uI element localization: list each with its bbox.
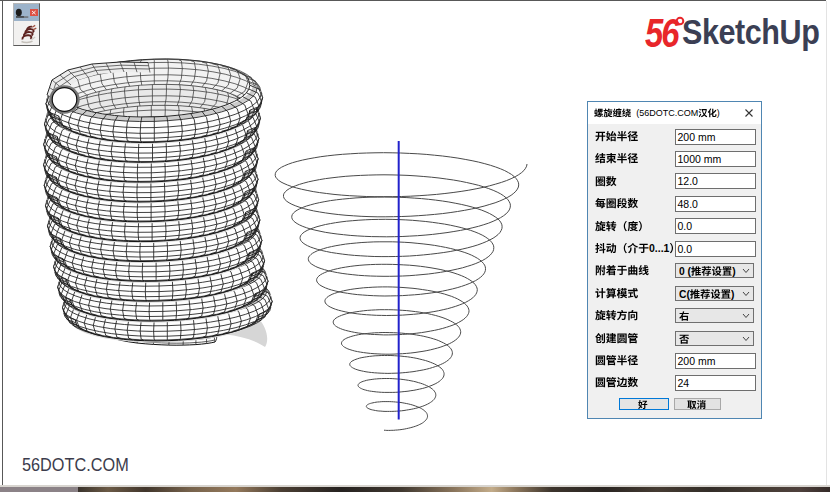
svg-text:(56DOTC.COM: (56DOTC.COM [631, 108, 698, 118]
svg-text:): ) [732, 266, 735, 277]
svg-text:0 (: 0 ( [679, 266, 692, 277]
svg-text:0...1: 0...1 [649, 242, 670, 254]
svg-text:C(: C( [679, 289, 690, 300]
svg-text:): ) [731, 289, 734, 300]
svg-text:): ) [717, 108, 720, 118]
